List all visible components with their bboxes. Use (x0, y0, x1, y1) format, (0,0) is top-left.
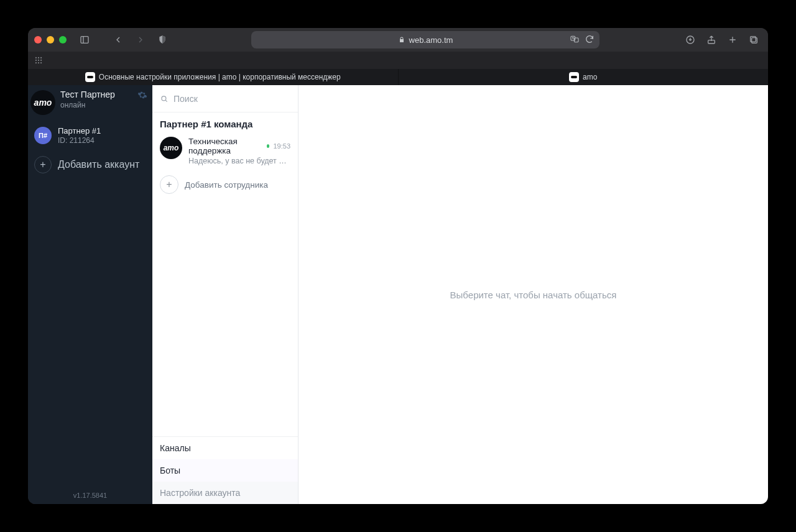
nav-forward-button[interactable] (132, 32, 149, 48)
tab-strip: Основные настройки приложения | amo | ко… (28, 69, 768, 85)
app-version: v1.17.5841 (28, 488, 152, 504)
svg-rect-0 (81, 37, 88, 44)
favicon-icon (569, 72, 579, 82)
profile-name: Тест Партнер (60, 90, 115, 99)
privacy-shield-icon[interactable] (155, 32, 170, 47)
plus-icon: + (34, 156, 52, 173)
search-placeholder: Поиск (174, 94, 198, 104)
svg-point-16 (35, 62, 37, 63)
profile-status: онлайн (60, 101, 115, 109)
share-icon[interactable] (703, 32, 720, 48)
minimize-window-button[interactable] (47, 36, 54, 44)
address-bar[interactable]: web.amo.tm (251, 31, 599, 48)
search-icon (160, 94, 169, 103)
chat-avatar: amo (160, 137, 182, 159)
empty-state-text: Выберите чат, чтобы начать общаться (450, 290, 617, 300)
maximize-window-button[interactable] (59, 36, 67, 44)
accounts-sidebar: amo Тест Партнер онлайн П# Партнер #1 ID… (28, 85, 152, 504)
chat-list-footer: Каналы Боты Настройки аккаунта (152, 436, 298, 504)
close-window-button[interactable] (34, 36, 42, 44)
chat-time: 19:53 (273, 142, 290, 150)
chat-item[interactable]: amo Техническая поддержка 19:53 Надеюсь,… (152, 132, 298, 172)
footer-bots[interactable]: Боты (152, 459, 298, 482)
svg-point-13 (35, 60, 37, 61)
svg-point-17 (38, 62, 39, 63)
footer-channels[interactable]: Каналы (152, 437, 298, 459)
add-account-button[interactable]: + Добавить аккаунт (28, 150, 152, 180)
browser-toolbar: web.amo.tm (28, 28, 768, 52)
footer-account-settings[interactable]: Настройки аккаунта (152, 482, 298, 504)
profile-avatar: amo (30, 90, 55, 115)
account-item[interactable]: П# Партнер #1 ID: 211264 (28, 121, 152, 150)
svg-point-11 (38, 57, 39, 58)
gear-icon[interactable] (137, 90, 147, 103)
add-account-label: Добавить аккаунт (58, 159, 139, 170)
browser-tab-0[interactable]: Основные настройки приложения | amo | ко… (28, 69, 399, 85)
add-employee-button[interactable]: + Добавить сотрудника (152, 172, 298, 201)
reload-icon[interactable] (585, 34, 595, 46)
tab-title: amo (583, 73, 597, 81)
translate-icon[interactable] (570, 34, 580, 46)
nav-back-button[interactable] (110, 32, 126, 48)
url-text: web.amo.tm (409, 35, 453, 45)
account-name: Партнер #1 (58, 126, 101, 135)
svg-rect-8 (752, 38, 757, 44)
profile-block[interactable]: amo Тест Партнер онлайн (28, 85, 152, 121)
tab-overview-icon[interactable] (746, 32, 762, 48)
svg-point-10 (35, 57, 37, 58)
search-input[interactable]: Поиск (152, 85, 298, 112)
favicon-icon (85, 72, 95, 82)
team-title: Партнер #1 команда (152, 112, 298, 132)
app-content: amo Тест Партнер онлайн П# Партнер #1 ID… (28, 85, 768, 504)
tab-title: Основные настройки приложения | amo | ко… (99, 73, 341, 81)
account-badge: П# (34, 127, 52, 144)
chat-preview: Надеюсь, у вас не будет слож… (188, 157, 290, 165)
browser-tab-1[interactable]: amo (399, 69, 769, 85)
svg-point-19 (162, 96, 166, 100)
online-indicator-icon (267, 144, 270, 148)
chat-name: Техническая поддержка (188, 137, 263, 155)
chat-list-panel: Поиск Партнер #1 команда amo Техническая… (152, 85, 298, 504)
svg-point-14 (38, 60, 39, 61)
apps-grid-icon[interactable] (34, 56, 43, 65)
new-tab-icon[interactable] (724, 32, 741, 48)
svg-point-12 (40, 57, 42, 58)
browser-window: web.amo.tm (28, 28, 768, 504)
chat-main-placeholder: Выберите чат, чтобы начать общаться (298, 85, 768, 504)
downloads-icon[interactable] (682, 32, 698, 48)
sidebar-toggle-icon[interactable] (76, 32, 93, 48)
plus-icon: + (160, 175, 178, 194)
lock-icon (398, 36, 405, 44)
svg-rect-9 (751, 37, 756, 42)
account-id: ID: 211264 (58, 136, 101, 145)
svg-point-15 (40, 60, 42, 61)
add-employee-label: Добавить сотрудника (185, 180, 268, 190)
window-controls (34, 36, 67, 44)
favorites-bar (28, 52, 768, 69)
svg-point-18 (40, 62, 42, 63)
svg-line-20 (165, 100, 167, 101)
